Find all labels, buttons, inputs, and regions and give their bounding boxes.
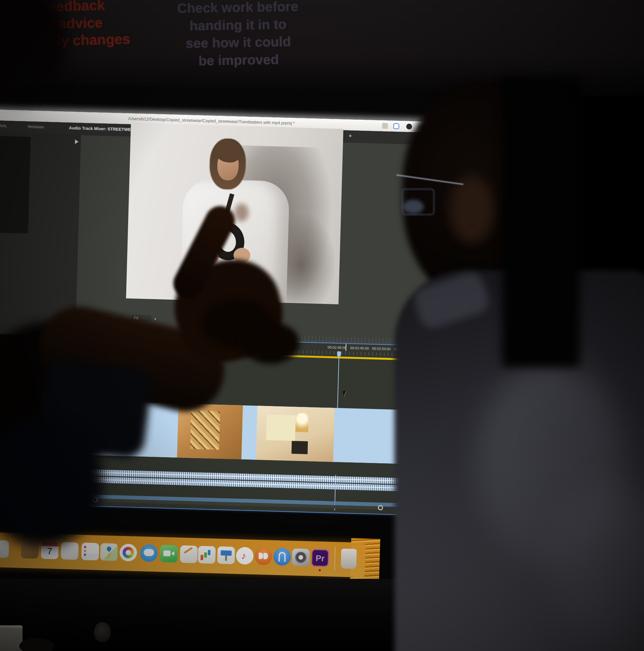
meter-bars: [457, 355, 471, 510]
shirt-highlight-2: [554, 483, 644, 650]
imac-chin: [0, 579, 502, 651]
panel-menu-icon[interactable]: ≡: [349, 133, 351, 138]
mouse-cursor: [343, 390, 347, 397]
ruler-label: 00:02:40:00: [328, 345, 346, 350]
menu-dots-icon[interactable]: [418, 126, 424, 128]
notification-center-icon[interactable]: [488, 127, 494, 128]
dock-calendar-icon[interactable]: 7: [41, 541, 59, 559]
dock-facetime-icon[interactable]: [160, 545, 178, 562]
menu-extra-icon[interactable]: [382, 123, 388, 129]
clip-thumbnail-person: [177, 403, 243, 459]
ruler-label: 00:0: [449, 349, 456, 353]
ruler-label: 00:03:00:00: [416, 348, 434, 352]
dock-books-icon[interactable]: [254, 547, 272, 565]
red-bag: [199, 276, 251, 303]
video-track-v1-clip[interactable]: [81, 401, 453, 465]
ruler-label: 00:02:45:00: [350, 346, 369, 350]
ruler-label: 00:02:50:00: [372, 346, 391, 351]
menubar-clock[interactable]: Wed 09.30: [442, 125, 466, 131]
dock-system-preferences-icon[interactable]: [292, 548, 309, 566]
dock-appstore-icon[interactable]: [273, 548, 291, 566]
dock-numbers-icon[interactable]: [198, 546, 216, 563]
sequence-out-timecode: 00:08:00:15: [462, 325, 494, 332]
chevron-down-icon[interactable]: ▾: [154, 317, 156, 321]
ruler-label: 00:02:55:00: [394, 347, 412, 351]
dock-itunes-icon[interactable]: ♪: [236, 547, 253, 565]
imac-screen: /Users/b12/Desktop/Copied_streetwear/Cop…: [0, 82, 505, 600]
poster-line: and apply changes: [0, 30, 136, 51]
playback-resolution-select[interactable]: Full ▾: [423, 323, 446, 331]
solo-left-button[interactable]: S: [457, 515, 462, 520]
premiere-running-dot: [319, 569, 321, 571]
left-panel: [0, 133, 82, 336]
macos-dock: 7: [0, 532, 365, 577]
screen-record-icon[interactable]: [393, 123, 399, 129]
dock-reminders-icon[interactable]: [82, 542, 99, 560]
zoom-level-select[interactable]: Fit: [131, 315, 151, 322]
dock-messages-icon[interactable]: [140, 544, 158, 562]
expand-triangle-icon[interactable]: [75, 140, 79, 144]
classroom-wall: to feedback and advice and apply changes…: [0, 0, 644, 97]
dock-textedit-icon[interactable]: [61, 542, 79, 560]
dock-maps-icon[interactable]: [100, 543, 118, 561]
backup-icon[interactable]: [406, 124, 412, 129]
clip-thumbnail-room: [256, 406, 335, 462]
dock-photos-icon[interactable]: [119, 544, 137, 561]
dock-pages-icon[interactable]: [180, 546, 198, 563]
audio-meters-panel: 036912151821242730333639424548515457 S S: [455, 350, 486, 524]
tab-metadata[interactable]: Metadata: [28, 124, 44, 129]
dock-preview-icon[interactable]: [0, 540, 9, 558]
spotlight-search-icon[interactable]: [477, 126, 482, 131]
scrollbar-knob[interactable]: [378, 505, 383, 510]
solo-buttons: S S: [457, 515, 469, 520]
playhead-timecode[interactable]: 00:02:39:14: [85, 314, 117, 321]
meter-db-scale: 036912151821242730333639424548515457: [468, 354, 485, 513]
program-monitor-panel: 00:02:39:14 Fit ▾ Full ▾ 00:08:00:15: [75, 135, 504, 353]
add-track-button[interactable]: +: [477, 341, 484, 348]
poster-feedback: to feedback and advice and apply changes: [0, 0, 136, 57]
poster-check-work: Check work before handing it in to see h…: [141, 0, 336, 84]
menu-triangle-icon[interactable]: [433, 126, 438, 129]
settings-wrench-icon[interactable]: [451, 323, 459, 332]
solo-right-button[interactable]: S: [464, 515, 469, 520]
poster-line: be improved: [142, 50, 336, 71]
screen-right-bezel: [502, 77, 580, 367]
tab-final[interactable]: FINAL: [0, 123, 7, 128]
dock-keynote-icon[interactable]: [217, 546, 235, 564]
dock-divider: [334, 547, 336, 570]
timeline-panel[interactable]: 00:02:40:00 00:02:45:00 00:02:50:00 00:0…: [78, 336, 457, 517]
video-preview[interactable]: [126, 123, 343, 304]
apple-logo: [94, 622, 111, 642]
dock-trash-icon[interactable]: [341, 549, 357, 569]
left-panel-well: [0, 136, 31, 234]
dock-premiere-pro-icon[interactable]: Pr: [311, 549, 329, 567]
dock-files-icon[interactable]: [21, 541, 39, 559]
shirt-highlight: [477, 361, 625, 567]
classroom-photo: to feedback and advice and apply changes…: [0, 0, 644, 651]
